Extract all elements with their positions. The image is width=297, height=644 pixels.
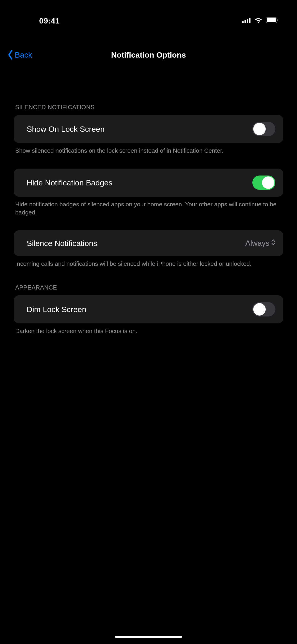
row-silence-notifications[interactable]: Silence Notifications Always: [14, 230, 283, 256]
section-header-silenced: SILENCED NOTIFICATIONS: [15, 104, 283, 111]
svg-rect-0: [242, 21, 244, 23]
screen: 09:41: [0, 0, 297, 644]
label-silence: Silence Notifications: [27, 239, 97, 248]
toggle-show-on-lock[interactable]: [252, 122, 275, 136]
svg-rect-7: [278, 19, 278, 22]
footer-dim-lock: Darken the lock screen when this Focus i…: [15, 327, 282, 335]
label-show-on-lock: Show On Lock Screen: [27, 124, 104, 134]
group-silence: Silence Notifications Always Incoming ca…: [14, 230, 283, 268]
footer-hide-badges: Hide notification badges of silenced app…: [15, 200, 282, 216]
nav-bar: Back Notification Options: [0, 43, 297, 66]
content: SILENCED NOTIFICATIONS Show On Lock Scre…: [0, 83, 297, 338]
svg-rect-3: [249, 18, 250, 23]
group-dim-lock: Dim Lock Screen Darken the lock screen w…: [14, 295, 283, 335]
toggle-hide-badges[interactable]: [252, 176, 275, 190]
svg-point-4: [258, 22, 259, 23]
battery-icon: [266, 17, 279, 24]
status-bar: 09:41: [0, 0, 297, 32]
group-show-on-lock: Show On Lock Screen Show silenced notifi…: [14, 115, 283, 155]
row-hide-notification-badges[interactable]: Hide Notification Badges: [14, 168, 283, 197]
svg-rect-6: [266, 18, 276, 22]
cellular-icon: [242, 18, 251, 24]
group-hide-badges: Hide Notification Badges Hide notificati…: [14, 168, 283, 216]
status-right-icons: [242, 17, 279, 24]
footer-silence: Incoming calls and notifications will be…: [15, 260, 282, 268]
row-dim-lock-screen[interactable]: Dim Lock Screen: [14, 295, 283, 324]
svg-rect-1: [244, 20, 246, 23]
chevron-up-down-icon: [271, 239, 275, 248]
back-label: Back: [15, 50, 32, 60]
label-dim-lock: Dim Lock Screen: [27, 305, 86, 314]
value-silence: Always: [245, 239, 275, 248]
chevron-left-icon: [7, 50, 14, 60]
svg-rect-2: [247, 19, 248, 23]
label-hide-badges: Hide Notification Badges: [27, 178, 112, 187]
back-button[interactable]: Back: [7, 50, 32, 60]
wifi-icon: [254, 17, 262, 24]
status-time: 09:41: [39, 16, 60, 25]
row-show-on-lock-screen[interactable]: Show On Lock Screen: [14, 115, 283, 143]
footer-show-on-lock: Show silenced notifications on the lock …: [15, 147, 282, 155]
home-indicator: [115, 636, 182, 638]
page-title: Notification Options: [111, 50, 186, 60]
toggle-dim-lock[interactable]: [252, 302, 275, 316]
section-header-appearance: APPEARANCE: [15, 284, 283, 291]
silence-value-text: Always: [245, 239, 269, 248]
